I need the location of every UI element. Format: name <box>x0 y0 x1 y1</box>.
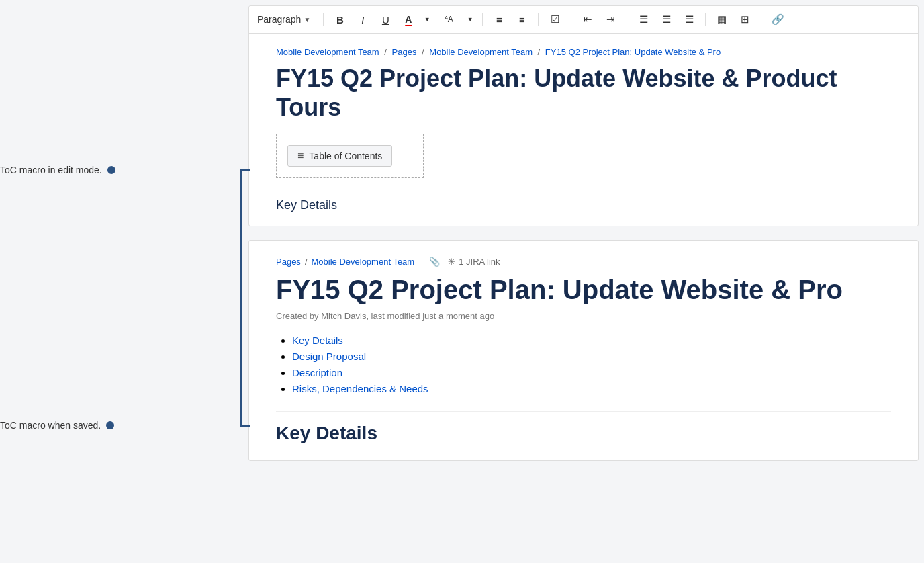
align-left-icon: ☰ <box>639 13 648 26</box>
jira-label: 1 JIRA link <box>459 257 500 267</box>
underline-label: U <box>382 14 389 26</box>
font-size-label: ᴬA <box>445 15 453 24</box>
bullet-list-icon: ≡ <box>496 14 502 26</box>
annotation-dot-bottom <box>106 421 114 429</box>
font-size-dropdown-arrow: ▼ <box>467 16 473 23</box>
toc-list-link[interactable]: Description <box>292 367 342 378</box>
toc-button-label: Table of Contents <box>309 150 382 161</box>
toolbar-sep-7 <box>761 13 761 26</box>
paragraph-dropdown[interactable]: Paragraph ▼ <box>257 14 316 25</box>
view-breadcrumb-link-1[interactable]: Pages <box>276 257 301 267</box>
paragraph-label: Paragraph <box>257 14 301 25</box>
list-item: Design Proposal <box>292 351 891 363</box>
insert-button[interactable]: ⊞ <box>735 10 754 29</box>
bracket-line-top <box>240 169 250 171</box>
jira-link-group[interactable]: ✳ 1 JIRA link <box>448 257 500 267</box>
list-item: Description <box>292 367 891 379</box>
toc-list-link[interactable]: Risks, Dependencies & Needs <box>292 383 428 394</box>
underline-button[interactable]: U <box>376 10 395 29</box>
editor-page-title: FY15 Q2 Project Plan: Update Website & P… <box>276 64 891 122</box>
editor-content: Mobile Development Team / Pages / Mobile… <box>249 34 918 226</box>
align-left-button[interactable]: ☰ <box>634 10 653 29</box>
bracket-line-bottom <box>240 425 250 427</box>
list-item: Key Details <box>292 335 891 347</box>
font-size-button[interactable]: ᴬA <box>436 10 461 29</box>
toc-macro-button[interactable]: ≡ Table of Contents <box>287 145 392 167</box>
right-panel: Paragraph ▼ B I U A ▼ ᴬA ▼ <box>248 0 924 563</box>
breadcrumb-link-1[interactable]: Mobile Development Team <box>276 47 379 57</box>
toolbar-sep-5 <box>627 13 627 26</box>
annotation-saved-label: ToC macro when saved. <box>0 420 101 431</box>
font-size-dropdown-button[interactable]: ▼ <box>465 10 475 29</box>
toc-icon: ≡ <box>297 150 304 162</box>
bracket-line-vertical <box>240 169 242 427</box>
editor-key-details: Key Details <box>276 198 891 212</box>
view-breadcrumb-sep: / <box>305 257 308 267</box>
breadcrumb-link-2[interactable]: Pages <box>392 47 417 57</box>
align-center-icon: ☰ <box>662 13 671 26</box>
text-color-label: A <box>405 14 412 25</box>
insert-icon: ⊞ <box>741 13 749 26</box>
numbered-list-button[interactable]: ≡ <box>512 10 531 29</box>
jira-icon: ✳ <box>448 257 455 267</box>
view-breadcrumb: Pages / Mobile Development Team 📎 ✳ 1 JI… <box>276 257 891 267</box>
link-icon: 🔗 <box>772 13 784 26</box>
toolbar-sep-4 <box>571 13 571 26</box>
breadcrumb-sep-1: / <box>384 47 387 57</box>
align-center-button[interactable]: ☰ <box>657 10 676 29</box>
view-breadcrumb-icons: 📎 ✳ 1 JIRA link <box>429 257 500 267</box>
table-icon: ▦ <box>717 13 727 26</box>
bold-button[interactable]: B <box>330 10 349 29</box>
breadcrumb-link-4[interactable]: FY15 Q2 Project Plan: Update Website & P… <box>545 47 721 57</box>
bullet-list-button[interactable]: ≡ <box>490 10 508 29</box>
text-color-button[interactable]: A <box>399 10 418 29</box>
toc-macro-container: ≡ Table of Contents <box>276 134 424 178</box>
view-panel: Pages / Mobile Development Team 📎 ✳ 1 JI… <box>248 240 919 461</box>
toolbar-sep-6 <box>705 13 706 26</box>
indent-more-button[interactable]: ⇥ <box>601 10 620 29</box>
annotation-edit-label: ToC macro in edit mode. <box>0 165 102 175</box>
toolbar-sep-1 <box>323 13 324 26</box>
toc-list: Key DetailsDesign ProposalDescriptionRis… <box>276 335 891 395</box>
toolbar-sep-2 <box>482 13 483 26</box>
text-color-dropdown-arrow: ▼ <box>424 16 430 23</box>
annotation-edit-mode: ToC macro in edit mode. <box>0 165 116 175</box>
attach-icon: 📎 <box>429 257 440 267</box>
text-color-dropdown-button[interactable]: ▼ <box>422 10 432 29</box>
checkbox-button[interactable]: ☑ <box>545 10 564 29</box>
align-right-button[interactable]: ☰ <box>680 10 698 29</box>
indent-less-icon: ⇤ <box>584 13 592 26</box>
annotation-dot-top <box>107 166 116 174</box>
attachment-icon-group: 📎 <box>429 257 440 267</box>
breadcrumb-sep-3: / <box>538 47 541 57</box>
left-annotations: ToC macro in edit mode. ToC macro when s… <box>0 0 248 563</box>
breadcrumb-sep-2: / <box>422 47 424 57</box>
align-right-icon: ☰ <box>685 13 694 26</box>
checkbox-icon: ☑ <box>551 13 559 26</box>
editor-breadcrumb: Mobile Development Team / Pages / Mobile… <box>276 47 891 57</box>
table-button[interactable]: ▦ <box>712 10 731 29</box>
link-button[interactable]: 🔗 <box>768 10 787 29</box>
toc-list-link[interactable]: Design Proposal <box>292 351 366 362</box>
indent-less-button[interactable]: ⇤ <box>578 10 597 29</box>
italic-button[interactable]: I <box>353 10 372 29</box>
view-meta: Created by Mitch Davis, last modified ju… <box>276 311 891 321</box>
breadcrumb-link-3[interactable]: Mobile Development Team <box>429 47 533 57</box>
view-key-details: Key Details <box>276 411 891 444</box>
list-item: Risks, Dependencies & Needs <box>292 383 891 395</box>
editor-panel: Paragraph ▼ B I U A ▼ ᴬA ▼ <box>248 5 919 226</box>
view-breadcrumb-link-2[interactable]: Mobile Development Team <box>312 257 415 267</box>
toolbar-sep-3 <box>538 13 539 26</box>
toc-list-link[interactable]: Key Details <box>292 335 343 346</box>
indent-more-icon: ⇥ <box>606 13 615 26</box>
bold-label: B <box>336 14 344 26</box>
numbered-list-icon: ≡ <box>519 14 525 26</box>
paragraph-dropdown-arrow: ▼ <box>304 16 310 24</box>
editor-toolbar: Paragraph ▼ B I U A ▼ ᴬA ▼ <box>249 6 918 34</box>
view-page-title: FY15 Q2 Project Plan: Update Website & P… <box>276 273 891 306</box>
annotation-saved-mode: ToC macro when saved. <box>0 420 114 431</box>
italic-label: I <box>361 14 364 26</box>
